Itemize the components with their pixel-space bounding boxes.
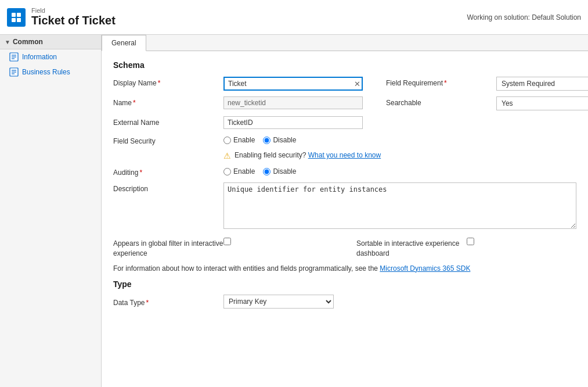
page-title: Ticket of Ticket	[31, 14, 116, 27]
searchable-group: Searchable Yes No	[386, 96, 588, 110]
display-name-row: Display Name* ✕ Field Requirement*	[113, 77, 576, 91]
info-text-row: For information about how to interact wi…	[113, 264, 576, 273]
header-left: Field Ticket of Ticket	[7, 7, 116, 27]
field-requirement-label: Field Requirement*	[386, 77, 496, 87]
checkbox-row: Appears in global filter in interactive …	[113, 236, 576, 259]
appears-in-filter-group: Appears in global filter in interactive …	[113, 236, 333, 259]
sortable-group: Sortable in interactive experience dashb…	[356, 236, 576, 259]
tab-bar: General	[102, 35, 588, 51]
external-name-input[interactable]	[223, 116, 363, 129]
sidebar-section-label: Common	[13, 38, 43, 46]
field-security-enable-option[interactable]: Enable	[223, 136, 255, 144]
display-name-input[interactable]	[223, 77, 363, 91]
sidebar-item-business-rules[interactable]: Business Rules	[0, 64, 101, 80]
description-row: Description Unique identifier for entity…	[113, 182, 576, 231]
information-label: Information	[22, 53, 57, 61]
name-input[interactable]	[223, 96, 363, 109]
name-label: Name*	[113, 96, 223, 107]
top-header: Field Ticket of Ticket Working on soluti…	[0, 0, 588, 35]
field-security-row: Field Security Enable Disable	[113, 135, 576, 145]
header-subtitle: Field	[31, 7, 116, 14]
display-name-clear-button[interactable]: ✕	[354, 80, 360, 88]
content-area: General Schema Display Name* ✕	[102, 35, 588, 387]
field-security-disable-label: Disable	[273, 136, 296, 144]
name-control	[223, 96, 363, 109]
auditing-disable-option[interactable]: Disable	[263, 167, 296, 175]
auditing-enable-label: Enable	[233, 167, 255, 175]
display-name-input-wrapper: ✕	[223, 77, 363, 91]
collapse-icon: ▼	[5, 39, 10, 45]
schema-section-title: Schema	[113, 60, 576, 70]
auditing-control: Enable Disable	[223, 166, 369, 175]
field-security-warning: ⚠ Enabling field security? What you need…	[223, 151, 576, 160]
svg-rect-1	[17, 13, 21, 17]
field-security-enable-radio[interactable]	[223, 137, 231, 144]
form-area: Schema Display Name* ✕	[102, 51, 588, 324]
data-type-select[interactable]: Primary Key Single Line of Text Multiple…	[223, 295, 334, 309]
field-security-control: Enable Disable	[223, 135, 369, 144]
data-type-label: Data Type*	[113, 296, 223, 307]
external-name-control	[223, 116, 369, 129]
field-security-disable-option[interactable]: Disable	[263, 136, 296, 144]
warning-link[interactable]: What you need to know	[308, 151, 381, 159]
display-name-label: Display Name*	[113, 77, 223, 87]
appears-label: Appears in global filter in interactive …	[113, 236, 223, 259]
description-label: Description	[113, 182, 223, 193]
warning-text: Enabling field security? What you need t…	[235, 151, 381, 159]
information-icon	[9, 52, 19, 62]
name-group: Name*	[113, 96, 363, 109]
sdk-link[interactable]: Microsoft Dynamics 365 SDK	[380, 264, 470, 273]
description-control: Unique identifier for entity instances	[223, 182, 576, 231]
external-name-row: External Name	[113, 116, 576, 129]
name-row: Name* Searchable Yes	[113, 96, 576, 110]
field-security-radio-group: Enable Disable	[223, 135, 369, 144]
description-textarea[interactable]: Unique identifier for entity instances	[223, 182, 576, 229]
auditing-radio-group: Enable Disable	[223, 166, 369, 175]
auditing-disable-radio[interactable]	[263, 168, 270, 175]
svg-rect-3	[17, 18, 21, 22]
warning-icon: ⚠	[223, 151, 231, 160]
data-type-control: Primary Key Single Line of Text Multiple…	[223, 295, 334, 309]
svg-rect-2	[12, 18, 16, 22]
searchable-control: Yes No	[496, 96, 588, 110]
searchable-select[interactable]: Yes No	[496, 96, 588, 110]
auditing-enable-option[interactable]: Enable	[223, 167, 255, 175]
svg-rect-0	[12, 13, 16, 17]
header-title-block: Field Ticket of Ticket	[31, 7, 116, 27]
sidebar: ▼ Common Information	[0, 35, 102, 387]
auditing-row: Auditing* Enable Disable	[113, 166, 576, 177]
main-layout: ▼ Common Information	[0, 35, 588, 387]
field-security-disable-radio[interactable]	[263, 137, 270, 144]
field-requirement-group: Field Requirement* System Required Busin…	[386, 77, 588, 91]
field-security-enable-label: Enable	[233, 136, 255, 144]
data-type-row: Data Type* Primary Key Single Line of Te…	[113, 295, 576, 309]
sidebar-section-header: ▼ Common	[0, 35, 101, 49]
searchable-label: Searchable	[386, 96, 496, 107]
auditing-enable-radio[interactable]	[223, 168, 231, 175]
business-rules-label: Business Rules	[22, 68, 70, 76]
type-section-title: Type	[113, 280, 576, 289]
business-rules-icon	[9, 67, 19, 77]
tab-general[interactable]: General	[102, 35, 146, 51]
app-icon	[7, 8, 26, 27]
sortable-checkbox[interactable]	[467, 238, 474, 245]
appears-checkbox[interactable]	[223, 238, 231, 245]
working-on-label: Working on solution: Default Solution	[467, 13, 581, 21]
field-security-label: Field Security	[113, 135, 223, 145]
auditing-disable-label: Disable	[273, 167, 296, 175]
display-name-control: ✕	[223, 77, 363, 91]
field-requirement-select[interactable]: System Required Business Required Busine…	[496, 77, 588, 91]
auditing-label: Auditing*	[113, 166, 223, 177]
sidebar-item-information[interactable]: Information	[0, 49, 101, 64]
field-requirement-control: System Required Business Required Busine…	[496, 77, 588, 91]
external-name-label: External Name	[113, 116, 223, 127]
display-name-group: Display Name* ✕	[113, 77, 363, 91]
sortable-label: Sortable in interactive experience dashb…	[356, 236, 467, 259]
